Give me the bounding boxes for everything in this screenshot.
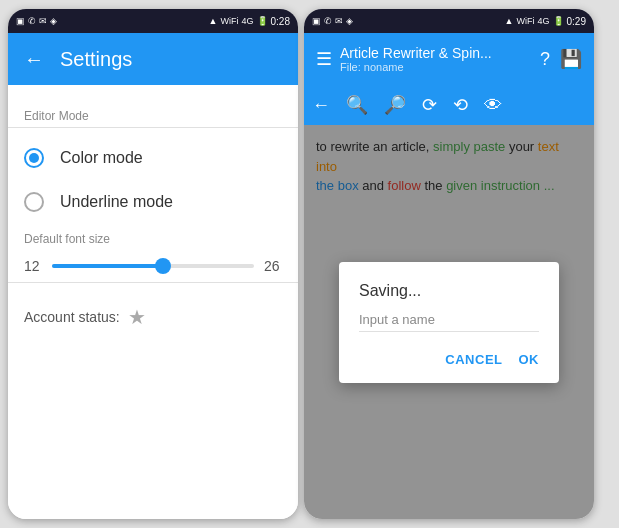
cancel-button[interactable]: CANCEL	[445, 348, 502, 371]
signal-icon: ▲	[209, 16, 218, 26]
account-status-label: Account status:	[24, 309, 120, 325]
right-phone: ▣ ✆ ✉ ◈ ▲ WiFi 4G 🔋 0:29 ☰ Article Rewri…	[304, 9, 594, 519]
right-message-icon: ✉	[335, 16, 343, 26]
divider-2	[8, 282, 298, 283]
wifi-icon: WiFi	[221, 16, 239, 26]
dialog-overlay: Saving... Input a name CANCEL OK	[304, 125, 594, 519]
redo-icon[interactable]: ⟳	[422, 94, 437, 116]
slider-min-value: 12	[24, 258, 42, 274]
toolbar: ← 🔍 🔎 ⟳ ⟲ 👁	[304, 85, 594, 125]
help-icon[interactable]: ?	[540, 49, 550, 70]
dialog-input-label[interactable]: Input a name	[359, 312, 539, 332]
app-title-block: Article Rewriter & Spin... File: noname	[340, 45, 532, 73]
app-subtitle: File: noname	[340, 61, 532, 73]
divider-1	[8, 127, 298, 128]
save-header-icon[interactable]: 💾	[560, 48, 582, 70]
editor-mode-label: Editor Mode	[8, 101, 298, 127]
font-size-label: Default font size	[24, 232, 282, 246]
hamburger-icon[interactable]: ☰	[316, 48, 332, 70]
right-wifi-icon: WiFi	[517, 16, 535, 26]
status-time: 0:28	[271, 16, 290, 27]
slider-thumb[interactable]	[155, 258, 171, 274]
battery-icon: 🔋	[257, 16, 268, 26]
saving-dialog: Saving... Input a name CANCEL OK	[339, 262, 559, 383]
settings-header: ← Settings	[8, 33, 298, 85]
font-size-slider[interactable]	[52, 264, 254, 268]
eye-icon[interactable]: 👁	[484, 95, 502, 116]
underline-mode-label: Underline mode	[60, 193, 173, 211]
sim-icon: ▣	[16, 16, 25, 26]
settings-title: Settings	[60, 48, 132, 71]
right-battery-icon: 🔋	[553, 16, 564, 26]
status-right-icons: ▲ WiFi 4G 🔋 0:28	[209, 16, 290, 27]
ok-button[interactable]: OK	[519, 348, 540, 371]
color-mode-radio[interactable]	[24, 148, 44, 168]
left-status-bar: ▣ ✆ ✉ ◈ ▲ WiFi 4G 🔋 0:28	[8, 9, 298, 33]
star-icon: ★	[128, 305, 146, 329]
back-toolbar-icon[interactable]: ←	[312, 95, 330, 116]
zoom-in-icon[interactable]: 🔍	[346, 94, 368, 116]
refresh-icon[interactable]: ⟲	[453, 94, 468, 116]
right-phone-icon: ✆	[324, 16, 332, 26]
underline-mode-radio[interactable]	[24, 192, 44, 212]
color-mode-label: Color mode	[60, 149, 143, 167]
right-sim-icon: ▣	[312, 16, 321, 26]
back-button[interactable]: ←	[24, 48, 44, 71]
right-status-left: ▣ ✆ ✉ ◈	[312, 16, 353, 26]
status-left-icons: ▣ ✆ ✉ ◈	[16, 16, 57, 26]
app-title: Article Rewriter & Spin...	[340, 45, 532, 61]
app-header: ☰ Article Rewriter & Spin... File: nonam…	[304, 33, 594, 85]
header-icons: ? 💾	[540, 48, 582, 70]
right-bluetooth-icon: ◈	[346, 16, 353, 26]
account-status-row: Account status: ★	[8, 291, 298, 343]
app-content: to rewrite an article, simply paste your…	[304, 125, 594, 519]
font-size-slider-row: 12 26	[24, 254, 282, 278]
bluetooth-icon: ◈	[50, 16, 57, 26]
dialog-buttons: CANCEL OK	[359, 348, 539, 371]
underline-mode-option[interactable]: Underline mode	[8, 180, 298, 224]
color-mode-option[interactable]: Color mode	[8, 136, 298, 180]
slider-max-value: 26	[264, 258, 282, 274]
slider-fill	[52, 264, 163, 268]
right-status-bar: ▣ ✆ ✉ ◈ ▲ WiFi 4G 🔋 0:29	[304, 9, 594, 33]
zoom-out-icon[interactable]: 🔎	[384, 94, 406, 116]
right-signal-icon: ▲	[505, 16, 514, 26]
message-icon: ✉	[39, 16, 47, 26]
settings-body: Editor Mode Color mode Underline mode De…	[8, 85, 298, 519]
left-phone: ▣ ✆ ✉ ◈ ▲ WiFi 4G 🔋 0:28 ← Settings Edit…	[8, 9, 298, 519]
right-status-time: 0:29	[567, 16, 586, 27]
phone-icon: ✆	[28, 16, 36, 26]
right-status-right: ▲ WiFi 4G 🔋 0:29	[505, 16, 586, 27]
font-size-section: Default font size 12 26	[8, 224, 298, 282]
dialog-title: Saving...	[359, 282, 539, 300]
network-icon: 4G	[242, 16, 254, 26]
right-network-icon: 4G	[538, 16, 550, 26]
